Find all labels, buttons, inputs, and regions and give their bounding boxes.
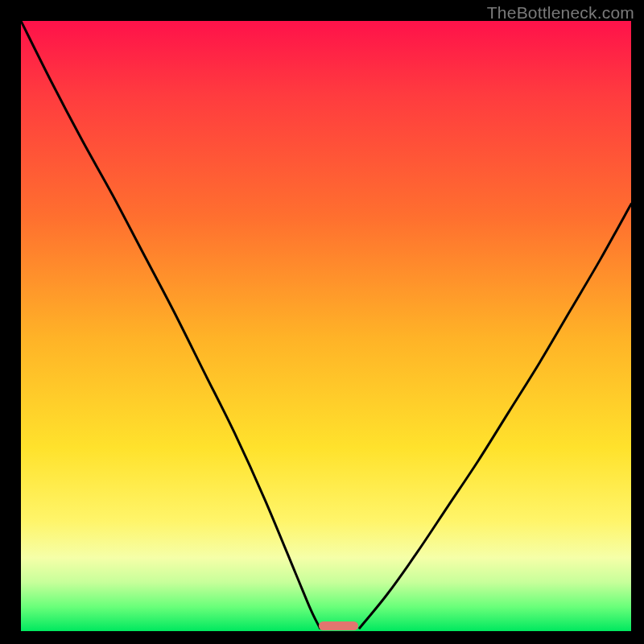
optimal-range-marker	[319, 621, 358, 630]
chart-frame: TheBottleneck.com	[0, 0, 644, 644]
curve-right-branch	[360, 204, 631, 628]
bottleneck-curve	[21, 21, 631, 631]
curve-left-branch	[21, 21, 320, 628]
watermark-text: TheBottleneck.com	[487, 3, 634, 23]
plot-area	[21, 21, 631, 631]
